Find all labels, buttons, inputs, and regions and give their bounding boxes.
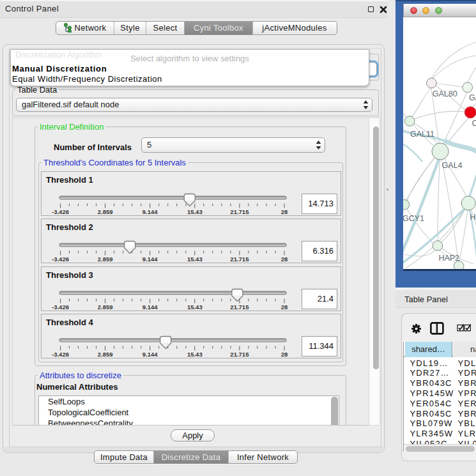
svg-text:GA: GA: [469, 93, 476, 102]
svg-text:28: 28: [281, 208, 288, 215]
svg-text:9.144: 9.144: [142, 351, 158, 358]
svg-text:GAL80: GAL80: [433, 89, 457, 98]
svg-text:9.144: 9.144: [142, 256, 158, 263]
svg-text:21.715: 21.715: [230, 303, 249, 311]
svg-text:-3.426: -3.426: [52, 351, 69, 358]
svg-text:21.715: 21.715: [230, 256, 249, 263]
svg-text:-3.426: -3.426: [52, 256, 69, 263]
svg-text:GCY1: GCY1: [403, 214, 424, 223]
svg-text:-3.426: -3.426: [52, 208, 69, 215]
svg-text:2.859: 2.859: [98, 256, 113, 263]
svg-text:HAP2: HAP2: [438, 254, 459, 263]
svg-text:GAL4: GAL4: [442, 161, 463, 170]
svg-text:-3.426: -3.426: [52, 303, 69, 311]
svg-text:21.715: 21.715: [230, 351, 249, 358]
svg-text:GAL11: GAL11: [410, 130, 434, 139]
svg-text:28: 28: [281, 303, 288, 311]
svg-text:2.859: 2.859: [98, 351, 113, 358]
svg-text:15.43: 15.43: [187, 303, 203, 311]
svg-text:28: 28: [281, 351, 288, 358]
svg-text:H: H: [470, 213, 476, 222]
svg-text:15.43: 15.43: [187, 208, 203, 215]
svg-text:15.43: 15.43: [187, 351, 203, 358]
svg-text:2.859: 2.859: [98, 208, 113, 215]
svg-text:9.144: 9.144: [142, 303, 158, 311]
svg-text:9.144: 9.144: [142, 208, 158, 215]
svg-text:2.859: 2.859: [98, 303, 113, 311]
svg-text:21.715: 21.715: [230, 208, 249, 215]
svg-text:15.43: 15.43: [187, 256, 203, 263]
svg-text:28: 28: [281, 256, 288, 263]
svg-text:C: C: [472, 119, 476, 128]
